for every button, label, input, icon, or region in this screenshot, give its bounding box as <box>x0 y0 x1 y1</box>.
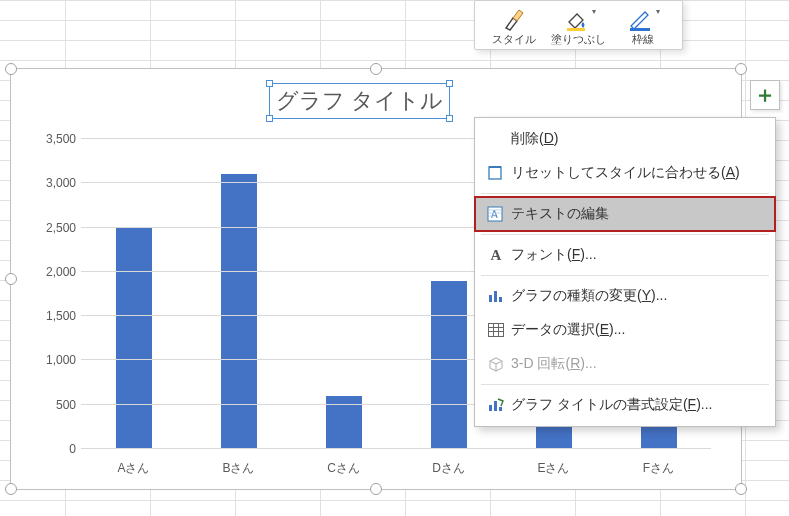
menu-label: 削除(D) <box>511 130 558 148</box>
mini-format-toolbar: スタイル ▾ 塗りつぶし ▾ 枠線 <box>474 0 683 50</box>
svg-rect-5 <box>489 295 492 302</box>
context-menu: 削除(D) リセットしてスタイルに合わせる(A) A テキストの編集 A フォン… <box>474 117 776 427</box>
paint-bucket-icon <box>562 7 590 33</box>
menu-3d-rotation: 3-D 回転(R)... <box>475 347 775 381</box>
svg-rect-7 <box>499 297 502 302</box>
chevron-down-icon: ▾ <box>656 7 660 17</box>
menu-label: データの選択(E)... <box>511 321 625 339</box>
menu-change-chart-type[interactable]: グラフの種類の変更(Y)... <box>475 279 775 313</box>
svg-rect-6 <box>494 291 497 302</box>
chart-element-add-button[interactable]: ＋ <box>750 80 780 110</box>
x-tick-label: Bさん <box>221 460 257 477</box>
y-tick-label: 2,500 <box>26 221 76 235</box>
menu-select-data[interactable]: データの選択(E)... <box>475 313 775 347</box>
fill-button[interactable]: ▾ 塗りつぶし <box>547 5 610 47</box>
menu-label: グラフ タイトルの書式設定(F)... <box>511 396 712 414</box>
svg-rect-1 <box>630 28 650 31</box>
menu-separator <box>481 384 769 385</box>
pen-outline-icon <box>626 7 654 33</box>
chart-handle[interactable] <box>370 63 382 75</box>
y-tick-label: 1,500 <box>26 309 76 323</box>
svg-rect-2 <box>489 167 501 179</box>
x-tick-label: Aさん <box>116 460 152 477</box>
y-tick-label: 1,000 <box>26 353 76 367</box>
menu-label: テキストの編集 <box>511 205 609 223</box>
chart-handle[interactable] <box>370 483 382 495</box>
svg-rect-0 <box>567 28 585 31</box>
chart-handle[interactable] <box>5 483 17 495</box>
svg-rect-11 <box>499 407 502 411</box>
y-tick-label: 2,000 <box>26 265 76 279</box>
edit-text-icon: A <box>485 203 507 225</box>
gridline <box>81 448 711 449</box>
menu-separator <box>481 234 769 235</box>
font-icon: A <box>485 244 507 266</box>
chart-handle[interactable] <box>735 483 747 495</box>
y-tick-label: 3,500 <box>26 132 76 146</box>
chart-title-text: グラフ タイトル <box>276 88 443 113</box>
chevron-down-icon: ▾ <box>592 7 596 17</box>
x-axis: AさんBさんCさんDさんEさんFさん <box>81 460 711 477</box>
y-axis: 05001,0001,5002,0002,5003,0003,500 <box>26 139 76 449</box>
bar[interactable] <box>116 228 152 449</box>
menu-label: グラフの種類の変更(Y)... <box>511 287 667 305</box>
menu-edit-text[interactable]: A テキストの編集 <box>475 197 775 231</box>
menu-label: リセットしてスタイルに合わせる(A) <box>511 164 740 182</box>
plus-icon: ＋ <box>754 84 776 106</box>
format-chart-icon <box>485 394 507 416</box>
mini-label: 塗りつぶし <box>551 33 606 47</box>
style-button[interactable]: スタイル <box>485 5 543 47</box>
x-tick-label: Dさん <box>431 460 467 477</box>
chart-title[interactable]: グラフ タイトル <box>269 83 450 119</box>
chart-type-icon <box>485 285 507 307</box>
menu-font[interactable]: A フォント(F)... <box>475 238 775 272</box>
chart-handle[interactable] <box>5 63 17 75</box>
blank-icon <box>485 128 507 150</box>
outline-button[interactable]: ▾ 枠線 <box>614 5 672 47</box>
y-tick-label: 0 <box>26 442 76 456</box>
y-tick-label: 3,000 <box>26 176 76 190</box>
y-tick-label: 500 <box>26 398 76 412</box>
menu-delete[interactable]: 削除(D) <box>475 122 775 156</box>
menu-label: フォント(F)... <box>511 246 597 264</box>
svg-text:A: A <box>491 209 498 220</box>
paintbrush-icon <box>500 7 528 33</box>
chart-handle[interactable] <box>5 273 17 285</box>
x-tick-label: Eさん <box>536 460 572 477</box>
menu-separator <box>481 193 769 194</box>
menu-format-chart-title[interactable]: グラフ タイトルの書式設定(F)... <box>475 388 775 422</box>
mini-label: スタイル <box>492 33 536 47</box>
x-tick-label: Fさん <box>641 460 677 477</box>
svg-rect-8 <box>489 324 504 337</box>
chart-handle[interactable] <box>735 63 747 75</box>
menu-reset-style[interactable]: リセットしてスタイルに合わせる(A) <box>475 156 775 190</box>
menu-label: 3-D 回転(R)... <box>511 355 597 373</box>
cube-3d-icon <box>485 353 507 375</box>
select-data-icon <box>485 319 507 341</box>
svg-rect-9 <box>489 405 492 411</box>
svg-rect-10 <box>494 401 497 411</box>
menu-separator <box>481 275 769 276</box>
mini-label: 枠線 <box>632 33 654 47</box>
bar[interactable] <box>221 174 257 449</box>
bar[interactable] <box>431 281 467 449</box>
reset-style-icon <box>485 162 507 184</box>
x-tick-label: Cさん <box>326 460 362 477</box>
